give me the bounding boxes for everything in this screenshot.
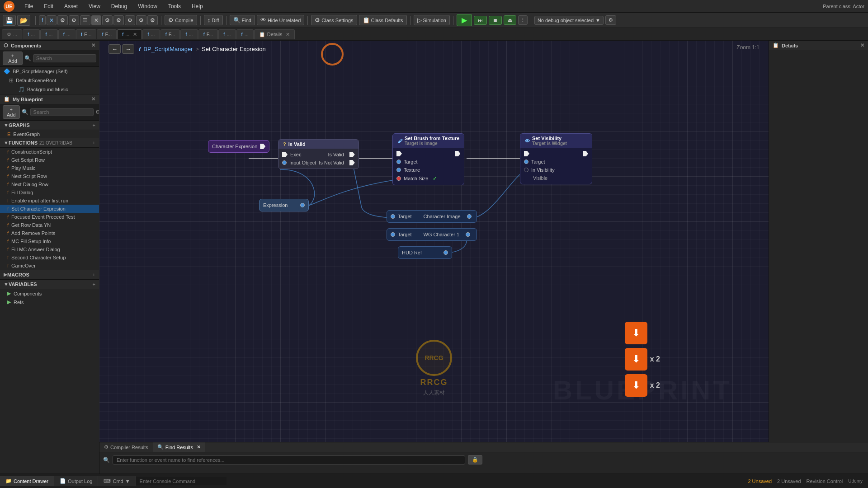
- my-blueprint-close[interactable]: ✕: [91, 96, 95, 102]
- details-close[interactable]: ✕: [286, 32, 290, 38]
- func-next-dialog-row[interactable]: f Next Dialog Row: [0, 180, 99, 188]
- set-brush-exec-out[interactable]: [455, 151, 460, 156]
- components-search-input[interactable]: [33, 54, 96, 62]
- menu-edit[interactable]: Edit: [39, 2, 58, 10]
- variables-add-icon[interactable]: +: [93, 282, 95, 287]
- input-obj-pin[interactable]: [282, 160, 287, 165]
- debug-options-button[interactable]: ⚙: [605, 15, 616, 25]
- details-tab[interactable]: 📋Details✕: [254, 29, 295, 39]
- tab-4[interactable]: f...: [58, 29, 75, 39]
- tab-1[interactable]: ⚙...: [2, 29, 22, 39]
- debug-object-select[interactable]: No debug object selected ▼: [534, 16, 604, 25]
- func-next-script-row[interactable]: f Next Script Row: [0, 172, 99, 180]
- console-command-input[interactable]: [136, 477, 226, 485]
- tb-btn-6[interactable]: ⚙: [102, 15, 113, 25]
- variables-section-header[interactable]: ▼ VARIABLES +: [0, 280, 99, 289]
- tb-btn-5[interactable]: ☰: [80, 15, 90, 25]
- content-drawer-tab[interactable]: 📁 Content Drawer: [0, 476, 54, 486]
- set-brush-match-pin[interactable]: [396, 176, 401, 181]
- wg-char-target-pin[interactable]: [391, 232, 395, 237]
- wg-char-out-pin[interactable]: [466, 232, 470, 237]
- tb-btn-1[interactable]: f: [39, 15, 46, 25]
- node-is-valid[interactable]: ? Is Valid Exec Is Valid Input Object: [278, 139, 359, 169]
- find-lock-button[interactable]: 🔒: [468, 455, 482, 465]
- is-not-valid-pin[interactable]: [349, 160, 355, 165]
- tab-5[interactable]: fE...: [76, 29, 97, 39]
- node-wg-char[interactable]: Target WG Character 1: [387, 228, 477, 241]
- menu-window[interactable]: Window: [133, 2, 162, 10]
- func-enable-input[interactable]: f Enable input after first run: [0, 197, 99, 205]
- func-fill-mc-answer[interactable]: f Fill MC Answer Dialog: [0, 245, 99, 253]
- tree-item-scene-root[interactable]: ⊞ DefaultSceneRoot: [0, 76, 99, 85]
- macros-section-header[interactable]: ▶ MACROS +: [0, 270, 99, 280]
- graphs-section-header[interactable]: ▼ GRAPHS +: [0, 121, 99, 130]
- tab-7[interactable]: f...: [142, 29, 160, 39]
- simulation-button[interactable]: ▷ Simulation: [414, 15, 450, 25]
- func-add-remove-points[interactable]: f Add Remove Points: [0, 229, 99, 237]
- tb-btn-4[interactable]: ⚙: [69, 15, 79, 25]
- func-get-row-data[interactable]: f Get Row Data YN: [0, 221, 99, 229]
- set-brush-texture-pin[interactable]: [396, 168, 401, 172]
- hud-ref-out-pin[interactable]: [443, 250, 448, 255]
- func-fill-dialog[interactable]: f Fill Dialog: [0, 188, 99, 197]
- functions-add-icon[interactable]: +: [93, 140, 95, 145]
- diff-button[interactable]: ↕ Diff: [204, 15, 223, 25]
- tab-close[interactable]: ✕: [133, 32, 137, 38]
- class-defaults-button[interactable]: 📋 Class Defaults: [359, 15, 407, 25]
- functions-section-header[interactable]: ▼ FUNCTIONS 21 OVERRIDAB +: [0, 138, 99, 148]
- tb-btn-2[interactable]: ✕: [47, 15, 57, 25]
- tb-btn-7[interactable]: ⚙: [113, 15, 124, 25]
- macros-add-icon[interactable]: +: [93, 272, 95, 277]
- tb-btn-close[interactable]: ✕: [91, 15, 101, 25]
- save-button[interactable]: 💾: [3, 15, 16, 26]
- node-set-brush[interactable]: 🖌 Set Brush from Texture Target is Image: [392, 133, 464, 185]
- stop-button[interactable]: ⏹: [489, 16, 502, 25]
- var-refs[interactable]: ▶ Refs: [0, 298, 99, 306]
- tb-btn-8[interactable]: ⚙: [125, 15, 135, 25]
- my-blueprint-search-input[interactable]: [30, 108, 94, 116]
- my-blueprint-add-button[interactable]: + Add: [3, 105, 20, 119]
- tb-btn-9[interactable]: ⚙: [136, 15, 146, 25]
- char-img-out-pin[interactable]: [467, 214, 472, 219]
- details-panel-close[interactable]: ✕: [860, 42, 864, 48]
- node-set-visibility[interactable]: 👁 Set Visibility Target is Widget: [520, 133, 592, 184]
- tab-9[interactable]: f...: [180, 29, 198, 39]
- tree-item-self[interactable]: 🔷 BP_ScriptManager (Self): [0, 67, 99, 76]
- expression-out-pin[interactable]: [300, 203, 305, 207]
- func-focused-event[interactable]: f Focused Event Proceed Test: [0, 213, 99, 221]
- is-valid-exec-in[interactable]: [282, 152, 288, 157]
- func-set-char-expr[interactable]: f Set Character Expresion: [0, 205, 99, 213]
- set-vis-exec-in[interactable]: [524, 151, 529, 156]
- tab-12[interactable]: f...: [236, 29, 254, 39]
- menu-asset[interactable]: Asset: [60, 2, 82, 10]
- char-img-target-pin[interactable]: [391, 214, 395, 219]
- func-second-char-setup[interactable]: f Second Character Setup: [0, 253, 99, 262]
- tab-6[interactable]: fF...: [97, 29, 117, 39]
- char-expr-out-pin[interactable]: [260, 144, 265, 149]
- set-vis-exec-out[interactable]: [583, 151, 588, 156]
- tab-2[interactable]: f...: [23, 29, 40, 39]
- func-item-event-graph[interactable]: E EventGraph: [0, 130, 99, 138]
- tab-3[interactable]: f...: [40, 29, 57, 39]
- settings-icon[interactable]: ⚙: [95, 109, 99, 115]
- cmd-tab[interactable]: ⌨ Cmd ▼: [98, 476, 136, 486]
- find-tab-close[interactable]: ✕: [197, 444, 201, 450]
- components-close[interactable]: ✕: [91, 42, 95, 48]
- set-vis-target-pin[interactable]: [524, 160, 528, 164]
- tab-active[interactable]: f...✕: [117, 29, 142, 39]
- set-brush-exec-in[interactable]: [396, 151, 402, 156]
- nav-back-button[interactable]: ←: [108, 44, 121, 54]
- breadcrumb-class[interactable]: BP_ScriptManager: [143, 46, 193, 52]
- nav-forward-button[interactable]: →: [122, 44, 134, 54]
- menu-view[interactable]: View: [84, 2, 105, 10]
- tab-10[interactable]: fF...: [198, 29, 218, 39]
- components-add-button[interactable]: + Add: [3, 52, 23, 65]
- revision-control[interactable]: Revision Control: [807, 479, 843, 484]
- node-char-expression[interactable]: Character Expresion: [208, 140, 269, 153]
- breadcrumb-function[interactable]: Set Character Expresion: [202, 46, 266, 52]
- node-hud-ref[interactable]: HUD Ref: [398, 246, 452, 259]
- func-construction-script[interactable]: f ConstructionScript: [0, 148, 99, 156]
- find-search-input[interactable]: [113, 455, 465, 465]
- func-play-music[interactable]: f Play Music: [0, 164, 99, 172]
- func-gameover[interactable]: f GameOver: [0, 262, 99, 270]
